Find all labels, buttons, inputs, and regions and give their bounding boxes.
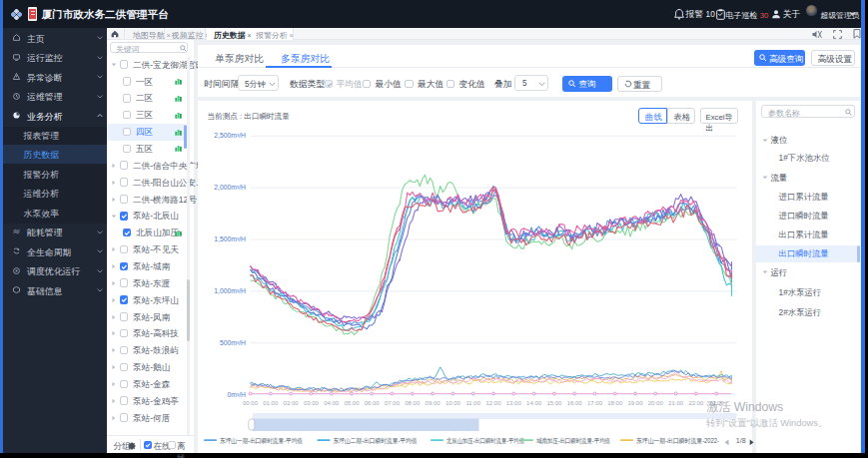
- svg-text:城南加压-出口瞬时流量-平均值: 城南加压-出口瞬时流量-平均值: [536, 437, 610, 445]
- svg-text:15:00: 15:00: [546, 400, 562, 406]
- svg-text:18:00: 18:00: [607, 400, 623, 406]
- svg-text:东坪山二期-出口瞬时流量-平均值: 东坪山二期-出口瞬时流量-平均值: [333, 437, 417, 445]
- svg-text:05:00: 05:00: [344, 400, 360, 406]
- svg-text:东坪山一期-出口瞬时流量-2022-: 东坪山一期-出口瞬时流量-2022-: [636, 437, 719, 445]
- svg-text:2,000m³/H: 2,000m³/H: [214, 184, 246, 191]
- svg-text:14:00: 14:00: [526, 400, 542, 406]
- svg-text:11:00: 11:00: [465, 400, 480, 406]
- svg-text:2,500m³/H: 2,500m³/H: [214, 132, 246, 139]
- svg-text:07:00: 07:00: [384, 400, 400, 406]
- svg-text:1,500m³/H: 1,500m³/H: [214, 235, 246, 242]
- svg-text:09:00: 09:00: [425, 400, 440, 406]
- svg-text:13:00: 13:00: [505, 400, 521, 406]
- svg-text:20:00: 20:00: [647, 400, 663, 406]
- svg-text:00:00: 00:00: [242, 400, 258, 406]
- svg-text:10:00: 10:00: [444, 400, 460, 406]
- svg-text:东坪山一期-出口瞬时流量-平均值: 东坪山一期-出口瞬时流量-平均值: [220, 437, 303, 445]
- svg-text:22:00: 22:00: [688, 400, 704, 406]
- svg-text:03:00: 03:00: [303, 400, 319, 406]
- svg-text:08:00: 08:00: [405, 400, 421, 406]
- svg-text:17:00: 17:00: [586, 400, 602, 406]
- svg-text:北辰山加压-出口瞬时流量-平均值: 北辰山加压-出口瞬时流量-平均值: [446, 437, 524, 445]
- svg-text:21:00: 21:00: [668, 400, 684, 406]
- svg-text:06:00: 06:00: [364, 400, 380, 406]
- svg-text:19:00: 19:00: [627, 400, 643, 406]
- svg-text:01:00: 01:00: [263, 400, 279, 406]
- svg-text:500m³/H: 500m³/H: [219, 339, 245, 346]
- svg-text:04:00: 04:00: [324, 400, 340, 406]
- svg-text:12:00: 12:00: [485, 400, 501, 406]
- svg-text:16:00: 16:00: [566, 400, 582, 406]
- svg-text:0m³/H: 0m³/H: [227, 391, 246, 398]
- svg-text:02:00: 02:00: [283, 400, 299, 406]
- svg-text:1,000m³/H: 1,000m³/H: [214, 287, 246, 294]
- svg-text:1/8: 1/8: [735, 437, 745, 444]
